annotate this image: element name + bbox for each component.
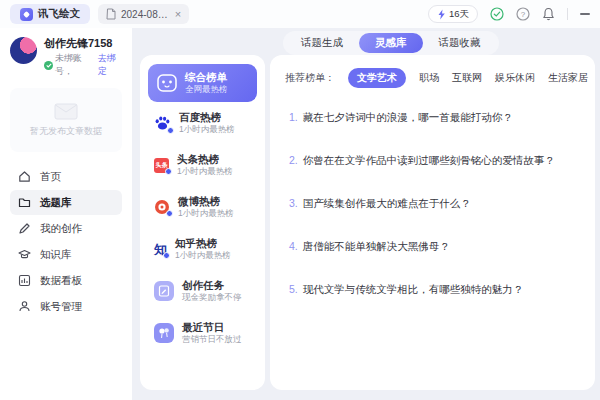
baidu-logo-icon xyxy=(154,115,171,132)
topic-question[interactable]: 3. 国产续集创作最大的难点在于什么？ xyxy=(289,196,580,210)
folder-icon xyxy=(18,196,31,209)
question-text: 现代文学与传统文学相比，有哪些独特的魅力？ xyxy=(303,282,524,296)
question-number: 1. xyxy=(289,110,298,124)
channel-entertainment[interactable]: 娱乐休闲 xyxy=(495,71,535,85)
sidebar-item-home[interactable]: 首页 xyxy=(10,164,122,189)
empty-state-text: 暂无发布文章数据 xyxy=(30,125,102,138)
channel-literature-art[interactable]: 文学艺术 xyxy=(348,68,406,88)
weibo-logo-icon xyxy=(154,199,170,215)
hot-mini-badge xyxy=(163,252,170,259)
username: 创作先锋7158 xyxy=(44,37,122,50)
channel-workplace[interactable]: 职场 xyxy=(419,71,439,85)
board-item-baidu[interactable]: 百度热榜 1小时内最热榜 xyxy=(148,102,257,144)
sidebar-item-label: 数据看板 xyxy=(40,274,82,288)
status-check-icon[interactable] xyxy=(490,7,504,21)
board-title: 综合榜单 xyxy=(185,71,228,84)
question-number: 4. xyxy=(289,239,298,253)
recommend-label: 推荐榜单： xyxy=(285,71,335,85)
hot-board-list: 综合榜单 全网最热榜 百度热榜 1小时内最热榜 头条 头条热榜 1小时内最热榜 … xyxy=(140,55,265,390)
composite-board-icon xyxy=(156,72,178,94)
topic-question-list: 1. 藏在七夕诗词中的浪漫，哪一首最能打动你？ 2. 你曾在在文学作品中读到过哪… xyxy=(285,110,580,296)
board-subtitle: 1小时内最热榜 xyxy=(177,166,233,177)
board-item-festivals[interactable]: 最近节日 营销节日不放过 xyxy=(148,312,257,354)
board-subtitle: 营销节日不放过 xyxy=(182,334,242,345)
app-tab[interactable]: 讯飞绘文 xyxy=(10,4,90,24)
document-icon xyxy=(106,8,116,20)
board-subtitle: 1小时内最热榜 xyxy=(175,250,231,261)
sidebar-item-accounts[interactable]: 账号管理 xyxy=(10,294,122,319)
question-number: 5. xyxy=(289,282,298,296)
bind-status-text: 未绑账号， xyxy=(55,52,96,78)
titlebar-separator xyxy=(567,8,568,20)
channel-home-living[interactable]: 生活家居 xyxy=(548,71,588,85)
creation-task-icon xyxy=(154,281,174,301)
topic-question[interactable]: 4. 唐僧能不能单独解决大黑佛母？ xyxy=(289,239,580,253)
empty-state-card: 暂无发布文章数据 xyxy=(10,88,122,152)
user-profile[interactable]: 创作先锋7158 未绑账号， 去绑定 xyxy=(10,37,122,78)
days-badge-label: 16天 xyxy=(449,8,469,21)
question-number: 3. xyxy=(289,196,298,210)
question-text: 你曾在在文学作品中读到过哪些刻骨铭心的爱情故事？ xyxy=(303,153,555,167)
main-tabs: 话题生成 灵感库 话题收藏 xyxy=(283,31,499,55)
tab-topic-generation[interactable]: 话题生成 xyxy=(285,33,359,53)
document-tab-label: 2024-08… xyxy=(121,9,168,20)
graduation-cap-icon xyxy=(18,248,31,261)
window-titlebar: 讯飞绘文 2024-08… × 16天 ? xyxy=(0,0,600,28)
sidebar-item-label: 账号管理 xyxy=(40,300,82,314)
sidebar-item-label: 首页 xyxy=(40,170,61,184)
zhihu-logo-icon: 知 xyxy=(154,242,167,257)
sidebar-item-knowledge[interactable]: 知识库 xyxy=(10,242,122,267)
tab-topic-favorites[interactable]: 话题收藏 xyxy=(423,33,497,53)
app-logo-icon xyxy=(20,8,33,21)
board-item-zhihu[interactable]: 知 知乎热榜 1小时内最热榜 xyxy=(148,228,257,270)
avatar[interactable] xyxy=(10,37,37,64)
bell-icon[interactable] xyxy=(542,7,555,21)
sidebar: 创作先锋7158 未绑账号， 去绑定 暂无发布文章数据 首页 选题库 我的创作 xyxy=(0,28,132,400)
pencil-icon xyxy=(18,222,31,235)
board-title: 创作任务 xyxy=(182,279,242,292)
sidebar-item-label: 知识库 xyxy=(40,248,72,262)
app-tab-label: 讯飞绘文 xyxy=(38,7,80,21)
sidebar-item-topics[interactable]: 选题库 xyxy=(10,190,122,215)
board-title: 百度热榜 xyxy=(179,111,235,124)
verified-check-icon xyxy=(44,61,53,70)
sidebar-item-label: 我的创作 xyxy=(40,222,82,236)
close-tab-icon[interactable]: × xyxy=(175,9,181,20)
tab-inspiration-library[interactable]: 灵感库 xyxy=(359,33,423,53)
inspiration-content-panel: 推荐榜单： 文学艺术 职场 互联网 娱乐休闲 生活家居 更多赛道 1. 藏在七夕… xyxy=(270,55,595,390)
topic-question[interactable]: 5. 现代文学与传统文学相比，有哪些独特的魅力？ xyxy=(289,282,580,296)
topic-question[interactable]: 2. 你曾在在文学作品中读到过哪些刻骨铭心的爱情故事？ xyxy=(289,153,580,167)
board-item-toutiao[interactable]: 头条 头条热榜 1小时内最热榜 xyxy=(148,144,257,186)
membership-days-badge[interactable]: 16天 xyxy=(428,5,478,23)
chart-board-icon xyxy=(18,274,31,287)
board-subtitle: 1小时内最热榜 xyxy=(178,208,234,219)
svg-text:?: ? xyxy=(521,10,526,19)
toutiao-logo-icon: 头条 xyxy=(154,158,169,173)
board-title: 最近节日 xyxy=(182,321,242,334)
envelope-icon xyxy=(54,103,78,120)
question-number: 2. xyxy=(289,153,298,167)
home-icon xyxy=(18,170,31,183)
topic-question[interactable]: 1. 藏在七夕诗词中的浪漫，哪一首最能打动你？ xyxy=(289,110,580,124)
minimize-icon[interactable] xyxy=(580,13,590,15)
help-icon[interactable]: ? xyxy=(516,7,530,21)
board-title: 知乎热榜 xyxy=(175,237,231,250)
sidebar-item-dashboard[interactable]: 数据看板 xyxy=(10,268,122,293)
question-text: 唐僧能不能单独解决大黑佛母？ xyxy=(303,239,450,253)
board-title: 微博热榜 xyxy=(178,195,234,208)
document-tab[interactable]: 2024-08… × xyxy=(98,4,189,24)
board-subtitle: 现金奖励拿不停 xyxy=(182,292,242,303)
person-icon xyxy=(18,300,31,313)
question-text: 国产续集创作最大的难点在于什么？ xyxy=(303,196,471,210)
board-item-tasks[interactable]: 创作任务 现金奖励拿不停 xyxy=(148,270,257,312)
board-subtitle: 1小时内最热榜 xyxy=(179,124,235,135)
hot-mini-badge xyxy=(167,127,174,134)
sidebar-item-creations[interactable]: 我的创作 xyxy=(10,216,122,241)
bind-account-link[interactable]: 去绑定 xyxy=(98,52,122,78)
recommend-channel-row: 推荐榜单： 文学艺术 职场 互联网 娱乐休闲 生活家居 更多赛道 xyxy=(285,68,580,88)
board-item-composite[interactable]: 综合榜单 全网最热榜 xyxy=(148,64,257,102)
sidebar-menu: 首页 选题库 我的创作 知识库 数据看板 账号管理 xyxy=(10,164,122,319)
hot-mini-badge xyxy=(165,168,172,175)
channel-internet[interactable]: 互联网 xyxy=(452,71,482,85)
board-item-weibo[interactable]: 微博热榜 1小时内最热榜 xyxy=(148,186,257,228)
